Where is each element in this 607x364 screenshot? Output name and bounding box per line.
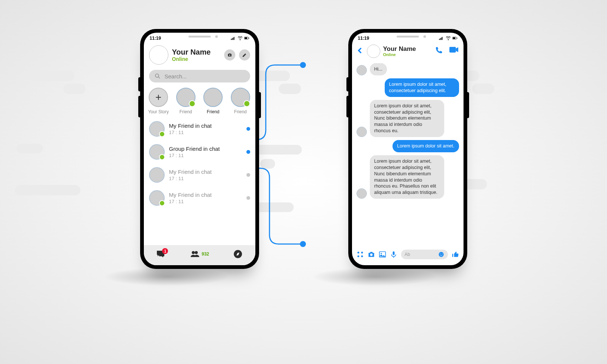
video-icon <box>449 47 459 54</box>
svg-rect-10 <box>248 38 249 39</box>
svg-point-11 <box>155 74 159 77</box>
profile-status: Online <box>172 56 220 62</box>
message-bubble: Lorem ipsum dolor sit amet, consectetuer… <box>385 78 459 97</box>
message-avatar <box>356 65 367 75</box>
chat-row[interactable]: My Friend in chat17 : 11 <box>147 186 252 209</box>
story-label: Friend <box>234 109 247 114</box>
message-input[interactable]: Ab <box>401 250 448 259</box>
search-input[interactable]: Search... <box>149 70 250 82</box>
svg-rect-16 <box>439 39 440 40</box>
camera-button[interactable] <box>224 49 235 61</box>
chat-time: 17 : 11 <box>169 130 242 135</box>
message-bubble: Lorem ipsum dolor sit amet, consectetuer… <box>370 100 444 137</box>
svg-point-14 <box>195 251 198 254</box>
friends-count: 932 <box>201 251 209 257</box>
story-item[interactable]: Friend <box>175 88 197 114</box>
emoji-icon[interactable] <box>438 251 444 257</box>
presence-dot <box>189 100 196 107</box>
message-bubble: Lorem ipsum dolor sit amet, consectetuer… <box>370 155 444 199</box>
search-placeholder: Search... <box>165 73 187 79</box>
status-bar: 11:19 <box>144 33 255 42</box>
apps-icon[interactable] <box>356 251 364 258</box>
chat-row[interactable]: Group Friend in chat17 : 11 <box>147 140 252 163</box>
tab-discover[interactable] <box>233 250 243 259</box>
wifi-icon <box>238 36 243 40</box>
message-bubble: Hi... <box>370 63 387 75</box>
camera-icon[interactable] <box>368 251 375 258</box>
profile-header: Your Name Online <box>144 42 255 68</box>
chat-time: 17 : 11 <box>169 199 242 204</box>
clock: 11:19 <box>358 36 369 41</box>
presence-dot <box>159 131 165 137</box>
story-add[interactable]: + Your Story <box>148 88 170 114</box>
unread-indicator <box>246 150 250 154</box>
svg-line-12 <box>158 77 160 78</box>
gallery-icon[interactable] <box>379 251 386 258</box>
story-item[interactable]: Friend <box>202 88 225 114</box>
chat-row[interactable]: My Friend in chat17 : 11 <box>147 117 252 140</box>
svg-rect-30 <box>393 251 394 255</box>
chat-time: 17 : 11 <box>169 153 242 158</box>
svg-rect-17 <box>440 38 440 40</box>
chat-status: Online <box>383 52 416 57</box>
svg-rect-4 <box>231 39 232 40</box>
compass-icon <box>233 250 243 259</box>
chat-list: My Friend in chat17 : 11 Group Friend in… <box>144 117 255 245</box>
back-button[interactable] <box>356 46 364 57</box>
chat-name: Group Friend in chat <box>169 146 242 152</box>
pencil-icon <box>242 52 247 58</box>
people-icon <box>190 250 200 259</box>
chat-row[interactable]: My Friend in chat17 : 11 <box>147 163 252 186</box>
svg-rect-9 <box>245 38 247 39</box>
svg-rect-21 <box>453 38 455 39</box>
avatar[interactable] <box>367 45 380 58</box>
phone-chat-list: 11:19 Your Name Online <box>140 29 259 269</box>
svg-point-29 <box>381 253 382 254</box>
stories-row: + Your Story Friend Friend Friend <box>144 86 255 117</box>
video-call-button[interactable] <box>449 47 459 56</box>
svg-point-25 <box>361 252 363 254</box>
svg-rect-6 <box>233 38 233 40</box>
message-row: Lorem ipsum dolor sit amet. <box>356 140 459 152</box>
svg-rect-19 <box>442 37 442 40</box>
chat-name: My Friend in chat <box>169 123 242 129</box>
message-input-bar: Ab <box>352 247 464 265</box>
read-indicator <box>246 173 250 177</box>
message-row: Lorem ipsum dolor sit amet, consectetuer… <box>356 78 459 97</box>
voice-call-button[interactable] <box>435 46 443 56</box>
search-icon <box>154 73 161 79</box>
story-item[interactable]: Friend <box>229 88 252 114</box>
svg-point-31 <box>439 252 443 257</box>
message-thread[interactable]: Hi... Lorem ipsum dolor sit amet, consec… <box>352 60 464 247</box>
story-label: Friend <box>207 109 219 114</box>
tab-people[interactable]: 932 <box>190 250 209 259</box>
message-avatar <box>356 188 367 199</box>
message-avatar <box>356 127 367 137</box>
bottom-nav: 1 932 <box>144 245 255 265</box>
presence-dot <box>243 100 250 107</box>
input-placeholder: Ab <box>405 252 410 257</box>
story-label: Friend <box>180 109 192 114</box>
message-row: Hi... <box>356 63 459 75</box>
battery-icon <box>244 36 249 40</box>
battery-icon <box>452 36 458 40</box>
plus-icon: + <box>155 91 161 103</box>
clock: 11:19 <box>150 36 161 41</box>
status-bar: 11:19 <box>352 33 464 42</box>
message-row: Lorem ipsum dolor sit amet, consectetuer… <box>356 100 459 137</box>
presence-dot <box>159 154 165 160</box>
mic-icon[interactable] <box>390 251 397 258</box>
compose-button[interactable] <box>239 49 250 61</box>
story-label: Your Story <box>148 109 169 114</box>
chat-name: My Friend in chat <box>169 169 242 175</box>
svg-point-32 <box>440 254 440 254</box>
signal-icon <box>231 36 236 40</box>
unread-indicator <box>246 127 250 131</box>
signal-icon <box>439 36 444 40</box>
avatar[interactable] <box>149 45 168 65</box>
chevron-left-icon <box>356 46 364 55</box>
tab-chats[interactable]: 1 <box>155 250 166 259</box>
like-icon[interactable] <box>452 251 459 258</box>
svg-rect-22 <box>456 38 457 39</box>
message-row: Lorem ipsum dolor sit amet, consectetuer… <box>356 155 459 199</box>
